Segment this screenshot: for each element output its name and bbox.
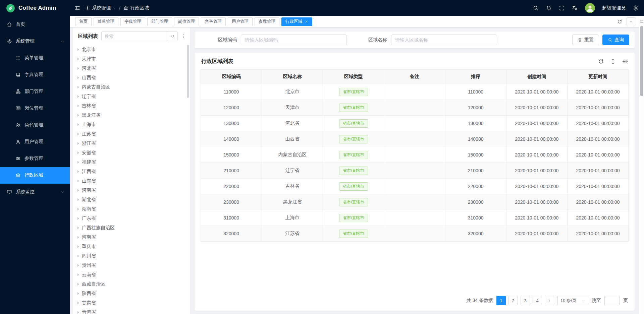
app-logo[interactable]: Coffee Admin — [0, 0, 70, 16]
tab-8[interactable]: 行政区域 — [281, 17, 312, 26]
tree-node-11[interactable]: 安徽省 — [73, 148, 190, 158]
tab-7[interactable]: 参数管理 — [255, 17, 279, 26]
tree-scrollbar-thumb[interactable] — [187, 45, 189, 98]
caret-right-icon — [77, 123, 79, 126]
tab-actions-dropdown[interactable] — [627, 17, 635, 26]
tree-node-19[interactable]: 广西壮族自治区 — [73, 223, 190, 233]
tree-node-24[interactable]: 云南省 — [73, 270, 190, 279]
tree-node-27[interactable]: 甘肃省 — [73, 298, 190, 308]
username[interactable]: 超级管理员 — [602, 5, 626, 11]
tree-node-0[interactable]: 北京市 — [73, 45, 190, 54]
page-scrollbar-thumb[interactable] — [640, 26, 643, 96]
tree-node-label: 甘肃省 — [82, 300, 96, 306]
breadcrumb-region: 行政区域 — [123, 5, 149, 11]
next-page-button[interactable] — [545, 296, 554, 305]
sidebar-subitem-1-4[interactable]: 角色管理 — [0, 117, 70, 133]
tree-search-button[interactable] — [168, 32, 177, 41]
bell-icon[interactable] — [546, 5, 552, 11]
tree-node-15[interactable]: 河南省 — [73, 186, 190, 195]
refresh-icon[interactable] — [598, 59, 604, 64]
page-button-4[interactable]: 4 — [533, 296, 542, 305]
region-name-input[interactable] — [391, 35, 497, 45]
page-size-select[interactable]: 10 条/页 — [557, 296, 588, 305]
page-button-1[interactable]: 1 — [496, 296, 506, 305]
tab-1[interactable]: 菜单管理 — [94, 17, 118, 26]
sidebar-subitem-1-7[interactable]: 行政区域 — [0, 167, 70, 184]
region-name-label: 区域名称 — [368, 37, 387, 43]
panel-layout-icon[interactable] — [639, 19, 644, 24]
page-button-3[interactable]: 3 — [521, 296, 530, 305]
reset-button[interactable]: 重置 — [572, 35, 599, 45]
tree-node-17[interactable]: 湖南省 — [73, 204, 190, 214]
region-type-badge: 省市/直辖市 — [339, 151, 368, 159]
sidebar-subitem-1-0[interactable]: 菜单管理 — [0, 50, 70, 66]
tree-node-22[interactable]: 四川省 — [73, 251, 190, 261]
tree-node-label: 山东省 — [82, 178, 96, 184]
tree-node-20[interactable]: 海南省 — [73, 233, 190, 242]
tree-node-14[interactable]: 山东省 — [73, 176, 190, 186]
settings-gear-icon[interactable] — [633, 5, 639, 11]
sidebar-item-2[interactable]: 系统监控 — [0, 184, 70, 200]
tree-node-23[interactable]: 贵州省 — [73, 261, 190, 270]
tree-node-26[interactable]: 陕西省 — [73, 289, 190, 298]
tree-node-5[interactable]: 辽宁省 — [73, 92, 190, 101]
tab-3[interactable]: 部门管理 — [147, 17, 172, 26]
tree-node-12[interactable]: 福建省 — [73, 158, 190, 167]
tree-node-10[interactable]: 浙江省 — [73, 139, 190, 148]
settings-icon[interactable] — [622, 59, 628, 64]
cell-sort: 120000 — [445, 100, 506, 116]
tab-4[interactable]: 岗位管理 — [174, 17, 199, 26]
tree-node-4[interactable]: 内蒙古自治区 — [73, 82, 190, 92]
cell-created-at: 2020-10-01 00:00:00 — [506, 226, 567, 242]
fullscreen-icon[interactable] — [559, 5, 565, 11]
cell-type: 省市/直辖市 — [323, 179, 384, 194]
tree-node-label: 吉林省 — [82, 103, 96, 109]
tab-0[interactable]: 首页 — [75, 17, 92, 26]
tree-node-1[interactable]: 天津市 — [73, 54, 190, 64]
close-icon[interactable] — [305, 20, 308, 23]
translate-icon[interactable] — [572, 5, 578, 11]
region-tree-panel: 区域列表 北京市 天津市 — [73, 27, 190, 314]
tree-node-9[interactable]: 江苏省 — [73, 129, 190, 139]
region-code-input[interactable] — [241, 35, 347, 45]
search-button[interactable]: 查询 — [602, 35, 629, 45]
sidebar-subitem-1-6[interactable]: 参数管理 — [0, 150, 70, 167]
dots-vertical-icon[interactable] — [181, 34, 186, 39]
tree-node-label: 广西壮族自治区 — [82, 225, 115, 231]
sidebar-subitem-1-2[interactable]: 部门管理 — [0, 83, 70, 100]
tree-node-8[interactable]: 上海市 — [73, 120, 190, 129]
tree-node-13[interactable]: 江西省 — [73, 167, 190, 176]
tree-node-16[interactable]: 湖北省 — [73, 195, 190, 204]
sidebar-subitem-1-5[interactable]: 用户管理 — [0, 133, 70, 150]
caret-right-icon — [77, 292, 79, 295]
tree-node-7[interactable]: 黑龙江省 — [73, 111, 190, 120]
sidebar-item-0[interactable]: 首页 — [0, 16, 70, 33]
tree-node-25[interactable]: 西藏自治区 — [73, 279, 190, 289]
tree-search-input[interactable] — [102, 32, 168, 41]
tab-6[interactable]: 用户管理 — [228, 17, 253, 26]
caret-right-icon — [77, 105, 79, 107]
page-button-2[interactable]: 2 — [508, 296, 518, 305]
sidebar-item-1[interactable]: 系统管理 — [0, 33, 70, 50]
density-icon[interactable] — [610, 59, 616, 64]
tab-2[interactable]: 字典管理 — [120, 17, 145, 26]
tree-node-21[interactable]: 重庆市 — [73, 242, 190, 251]
tree-node-6[interactable]: 吉林省 — [73, 101, 190, 111]
jump-unit: 页 — [623, 298, 628, 304]
cell-name: 山西省 — [262, 131, 323, 147]
tree-node-3[interactable]: 山西省 — [73, 73, 190, 82]
breadcrumb-system-management[interactable]: 系统管理 — [85, 5, 116, 11]
sidebar-subitem-1-1[interactable]: 字典管理 — [0, 66, 70, 83]
sidebar-subitem-1-3[interactable]: 岗位管理 — [0, 100, 70, 117]
collapse-sidebar-icon[interactable] — [74, 5, 80, 11]
refresh-tabs-icon[interactable] — [617, 19, 622, 24]
tree-node-2[interactable]: 河北省 — [73, 64, 190, 73]
gear-icon — [7, 39, 12, 44]
tab-5[interactable]: 角色管理 — [201, 17, 226, 26]
jump-page-input[interactable] — [604, 296, 620, 305]
cell-type: 省市/直辖市 — [323, 226, 384, 242]
tree-node-28[interactable]: 青海省 — [73, 308, 190, 314]
search-icon[interactable] — [533, 5, 539, 11]
tree-node-18[interactable]: 广东省 — [73, 214, 190, 223]
avatar[interactable] — [585, 3, 595, 13]
